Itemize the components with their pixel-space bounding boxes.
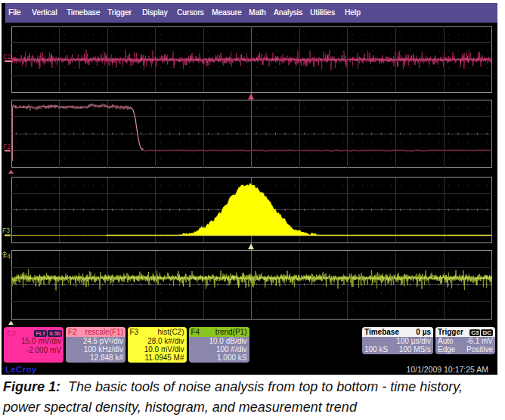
svg-text:C2: C2 — [3, 53, 11, 60]
svg-text:F3: F3 — [2, 227, 10, 234]
svg-text:F2: F2 — [3, 143, 11, 150]
